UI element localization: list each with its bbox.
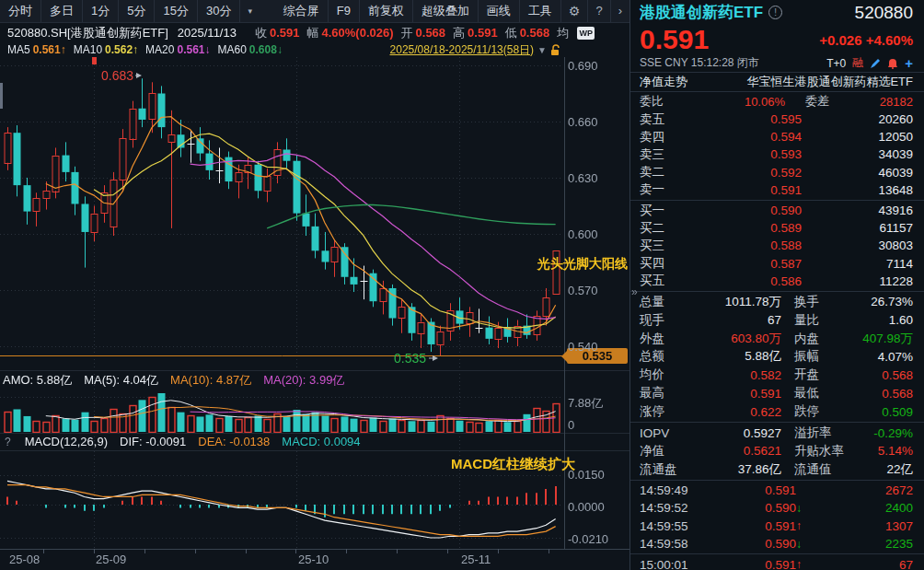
stat-value: 4.07% [860, 350, 913, 364]
range-box: 2025/08/18-2025/11/13(58日)▼ [390, 42, 561, 58]
ma-value: 0.608↓ [249, 43, 283, 56]
stats-row: 现手67量比1.60 [630, 311, 924, 330]
stat-value: 0.622 [693, 405, 781, 419]
price-change-label: +0.026 +4.60% [819, 32, 913, 48]
tick-time: 14:59:49 [640, 483, 711, 497]
quote-panel: 港股通创新药ETF!5208800.591+0.026 +4.60%SSE CN… [629, 0, 924, 570]
bid-row[interactable]: 买五0.58611228 [630, 273, 924, 290]
weibi-value: 10.06% [697, 95, 785, 109]
ma-label: MA60 [218, 43, 247, 56]
field-value-0: 0.591 [270, 26, 300, 40]
stock-name-label: 港股通创新药ETF [640, 2, 763, 23]
stat-label: 溢折率 [794, 425, 860, 441]
tab-tool-5[interactable]: 工具 [520, 0, 561, 22]
gear-icon[interactable]: ⚙ [561, 0, 589, 22]
tab-period-4[interactable]: 15分 [155, 0, 197, 22]
field-label-0: 收 [255, 25, 267, 41]
pencil-icon[interactable] [870, 58, 881, 69]
ask-row[interactable]: 卖五0.59520260 [630, 111, 924, 128]
ob-quantity: 61157 [802, 221, 913, 235]
amo-text-1: MA(5): 4.04亿 [84, 372, 158, 389]
tick-row[interactable]: 14:59:520.590↓2400 [630, 499, 924, 517]
stat-value: 67 [693, 313, 781, 327]
tab-tool-1[interactable]: F9 [329, 0, 360, 22]
kline-chart-canvas[interactable] [0, 0, 629, 570]
ob-price: 0.586 [697, 274, 802, 288]
tab-tool-0[interactable]: 综合屏 [275, 0, 329, 22]
macd-text-1: DIF: -0.0091 [120, 435, 186, 448]
tab-tool-4[interactable]: 画线 [479, 0, 520, 22]
ask-row[interactable]: 卖一0.59113648 [630, 181, 924, 199]
macd-text-0: MACD(12,26,9) [25, 435, 108, 448]
stat-label: 最高 [640, 385, 693, 401]
tab-period-1[interactable]: 多日 [41, 0, 83, 22]
tick-time: 15:00:01 [640, 558, 711, 570]
tab-period-5[interactable]: 30分 [198, 0, 240, 22]
iopv-row: 流通盘37.86亿流通值22亿 [630, 460, 924, 479]
date-axis-label: 25-10 [298, 553, 329, 566]
ma-legend-ma20: MA200.561↓ [145, 43, 210, 56]
ob-price: 0.588 [697, 238, 802, 252]
stats-row: 最高0.591最低0.568 [630, 384, 924, 402]
tick-row[interactable]: 14:59:580.590↓2235 [630, 535, 924, 553]
nav-value-trend-row[interactable]: 净值走势华宝恒生港股通创新药精选ETF [630, 72, 924, 92]
tab-period-2[interactable]: 1分 [83, 0, 119, 22]
last-price-label: 0.591 [640, 26, 709, 53]
tab-period-3[interactable]: 5分 [119, 0, 155, 22]
field-label-3: 高 [453, 25, 465, 41]
macd-axis-label: -0.0210 [568, 532, 608, 546]
bid-row[interactable]: 买四0.5877114 [630, 255, 924, 273]
tick-row[interactable]: 15:00:010.591↑67 [630, 555, 924, 570]
info-icon[interactable]: ! [768, 6, 782, 19]
stat-value: 0.568 [860, 387, 913, 401]
macd-text-2: DEA: -0.0138 [198, 435, 270, 448]
down-arrow-icon: ↓ [796, 538, 811, 551]
stat-value: -0.29% [860, 426, 913, 440]
stat-label: 开盘 [794, 366, 860, 383]
mini-scrollbar[interactable] [0, 83, 3, 109]
bid-row[interactable]: 买三0.58830803 [630, 237, 924, 254]
ask-row[interactable]: 卖二0.59246039 [630, 164, 924, 181]
field-value-3: 0.591 [468, 26, 498, 40]
field-label-1: 幅 [306, 25, 318, 41]
stat-label: 外盘 [640, 331, 693, 347]
tick-volume: 2235 [811, 537, 913, 551]
more-icon[interactable]: › [611, 0, 629, 22]
ma-value: 0.562↑ [105, 43, 138, 56]
tab-period-0[interactable]: 分时 [0, 0, 41, 22]
range-caret-icon[interactable]: ▼ [537, 45, 547, 55]
add-icon[interactable]: + [905, 55, 913, 71]
ob-level-label: 买五 [640, 273, 697, 289]
question-icon[interactable]: ? [3, 436, 13, 448]
ob-quantity: 20260 [802, 112, 913, 126]
tab-tool-2[interactable]: 前复权 [360, 0, 413, 22]
symbol-name-label: 520880.SH[港股通创新药ETF] [7, 25, 168, 41]
ob-quantity: 13648 [802, 183, 913, 197]
tick-price: 0.590 [711, 537, 796, 551]
panel-expander-icon[interactable]: » [631, 285, 638, 298]
wp-badge-icon[interactable]: WP [577, 27, 595, 40]
field-value-1: 4.60%(0.026) [321, 26, 393, 40]
bid-row[interactable]: 买二0.58961157 [630, 219, 924, 237]
stat-label: 内盘 [794, 331, 860, 347]
bid-row[interactable]: 买一0.59043916 [630, 202, 924, 219]
bell-icon[interactable] [887, 58, 898, 69]
weibi-label: 委比 [640, 93, 697, 110]
tab-tool-3[interactable]: 超级叠加 [413, 0, 479, 22]
ask-row[interactable]: 卖四0.59412050 [630, 128, 924, 145]
price-axis-label: 0.690 [568, 59, 598, 73]
help-icon[interactable]: ? [588, 0, 610, 22]
ask-row[interactable]: 卖三0.59334039 [630, 145, 924, 163]
date-range-link[interactable]: 2025/08/18-2025/11/13(58日) [390, 42, 535, 58]
tick-price: 0.591 [711, 483, 796, 497]
tick-row[interactable]: 14:59:550.591↑1307 [630, 518, 924, 535]
stat-label: 现手 [640, 312, 693, 329]
ob-price: 0.587 [697, 257, 802, 271]
price-axis-label: 0.600 [568, 227, 598, 241]
nav-label: 净值走势 [640, 74, 687, 90]
tick-time: 14:59:52 [640, 501, 711, 515]
price-axis-label: 0.570 [568, 284, 598, 297]
dropdown-caret-icon[interactable]: ▾ [240, 0, 260, 22]
unlock-icon[interactable] [550, 44, 561, 56]
tick-row[interactable]: 14:59:490.5912672 [630, 482, 924, 499]
